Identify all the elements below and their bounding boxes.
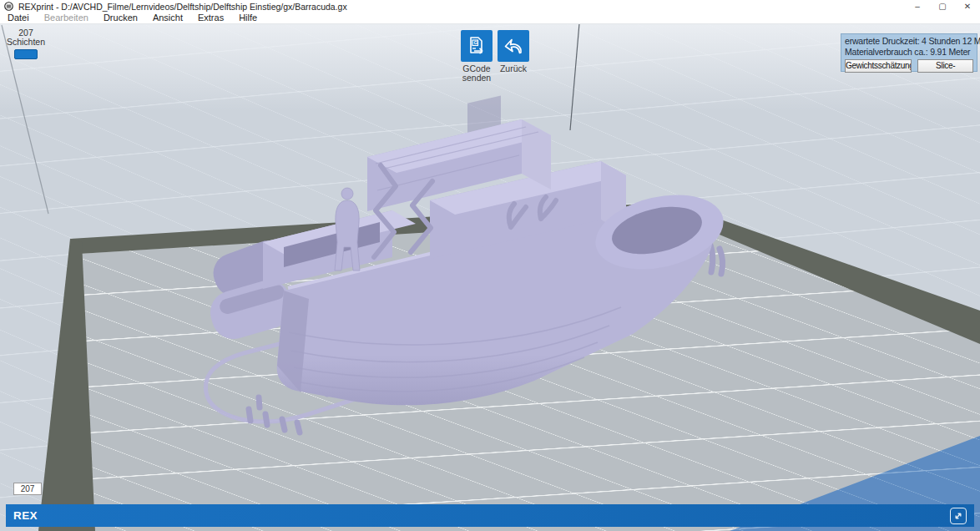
gcode-send-group: G GCode senden <box>458 30 495 83</box>
maximize-button[interactable]: ▢ <box>930 0 955 13</box>
title-bar: REXprint - D:/AVCHD_Filme/Lernvideos/Del… <box>0 0 980 13</box>
printer-status-bar: REX <box>6 504 974 527</box>
gcode-send-label-2: senden <box>458 73 495 83</box>
menu-ansicht[interactable]: Ansicht <box>145 13 190 23</box>
printer-name: REX <box>13 509 950 522</box>
menu-extras[interactable]: Extras <box>190 13 231 23</box>
material-usage: Materialverbrauch ca.: 9.91 Meter <box>845 47 973 58</box>
minimize-button[interactable]: – <box>905 0 930 13</box>
scene-canvas <box>0 23 980 531</box>
layer-slider: 207 Schichten <box>0 28 52 59</box>
weight-estimate-button[interactable]: Gewichtsschätzung <box>845 59 912 73</box>
window-title: REXprint - D:/AVCHD_Filme/Lernvideos/Del… <box>18 2 905 12</box>
print-info-panel: erwartete Druckzeit: 4 Stunden 12 Minute… <box>841 33 977 72</box>
menu-bearbeiten: Bearbeiten <box>37 13 96 23</box>
back-group: Zurück <box>495 30 532 73</box>
menu-datei[interactable]: Datei <box>0 13 37 23</box>
back-arrow-icon <box>503 35 524 57</box>
close-button[interactable]: ✕ <box>955 0 980 13</box>
viewport-3d[interactable] <box>0 23 980 531</box>
app-logo-icon <box>4 2 13 11</box>
expand-status-button[interactable] <box>950 508 967 524</box>
gcode-document-icon: G <box>466 35 487 57</box>
menu-bar: Datei Bearbeiten Drucken Ansicht Extras … <box>0 13 980 24</box>
print-time: erwartete Druckzeit: 4 Stunden 12 Minute… <box>845 36 973 47</box>
layer-slider-handle[interactable] <box>14 49 38 59</box>
back-button[interactable] <box>498 30 529 62</box>
back-label: Zurück <box>495 64 532 73</box>
expand-icon <box>953 511 963 521</box>
gcode-send-button[interactable]: G <box>461 30 493 62</box>
menu-drucken[interactable]: Drucken <box>96 13 145 23</box>
layer-unit-label: Schichten <box>0 38 52 47</box>
svg-text:G: G <box>474 40 478 45</box>
current-layer-input[interactable]: 207 <box>13 483 42 495</box>
menu-hilfe[interactable]: Hilfe <box>231 13 265 23</box>
slice-parameter-button[interactable]: Slice-Parameter <box>917 59 973 73</box>
